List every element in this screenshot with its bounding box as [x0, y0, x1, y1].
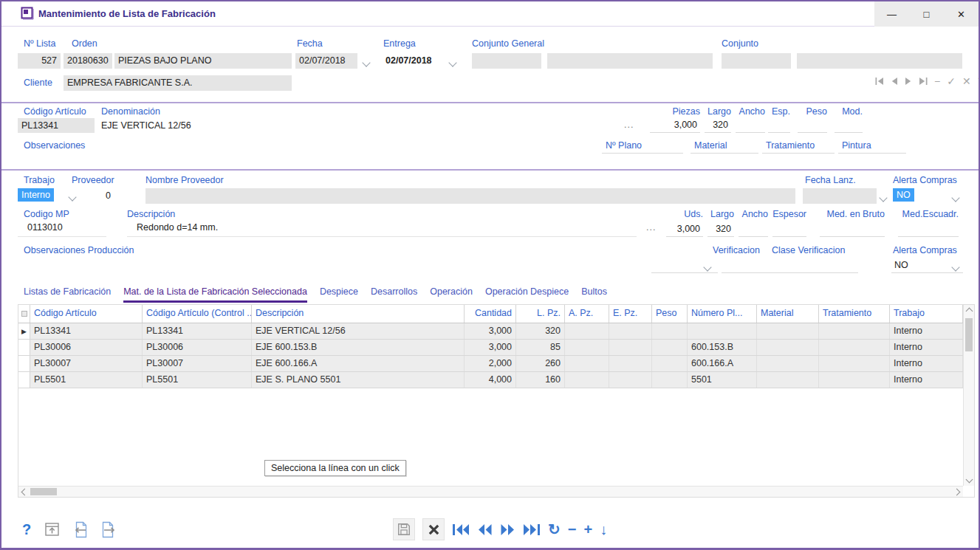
horizontal-scrollbar[interactable]	[18, 486, 963, 497]
cell[interactable]: EJE S. PLANO 5501	[252, 372, 465, 388]
col-header-tratamiento[interactable]: Tratamiento	[819, 305, 890, 323]
trabajo-dropdown[interactable]: Interno	[18, 188, 54, 202]
table-row[interactable]: PL30007 PL30007 EJE 600.166.A 2,000 260 …	[18, 356, 974, 372]
scroll-left-icon[interactable]	[21, 489, 29, 496]
descripcion-mp-field[interactable]: Redondo d=14 mm.	[127, 221, 637, 237]
scroll-up-icon[interactable]	[966, 308, 973, 315]
nav-last-icon[interactable]	[523, 523, 541, 536]
cell[interactable]: 600.153.B	[688, 340, 757, 355]
cancel-record-icon[interactable]: ✕	[962, 77, 971, 86]
next-record-icon[interactable]	[905, 78, 912, 85]
cell[interactable]: PL5501	[30, 372, 143, 388]
med-escuadr-field[interactable]	[898, 222, 959, 237]
tab-operacion[interactable]: Operación	[430, 286, 473, 303]
entrega-field[interactable]: 02/07/2018	[382, 53, 444, 69]
proveedor-field[interactable]: 0	[75, 190, 111, 201]
tab-despiece[interactable]: Despiece	[320, 286, 358, 303]
cell[interactable]: PL30006	[143, 340, 252, 355]
cell[interactable]	[609, 356, 652, 371]
cell[interactable]: EJE 600.153.B	[252, 340, 465, 355]
export-window-icon[interactable]	[44, 522, 61, 537]
cell[interactable]	[652, 323, 688, 339]
cell[interactable]	[609, 323, 652, 339]
nav-prev-icon[interactable]	[477, 523, 493, 536]
table-row[interactable]: PL5501 PL5501 EJE S. PLANO 5501 4,000 16…	[18, 372, 974, 388]
cell[interactable]: 320	[516, 323, 565, 339]
denominacion-value[interactable]: EJE VERTICAL 12/56	[101, 120, 191, 131]
orden-code-field[interactable]: 20180630	[64, 53, 112, 69]
col-header-cantidad[interactable]: Cantidad	[465, 305, 516, 323]
import-document-icon[interactable]	[74, 521, 88, 538]
cell[interactable]: PL30007	[30, 356, 143, 371]
peso-field[interactable]	[798, 118, 827, 133]
last-record-icon[interactable]	[919, 78, 928, 85]
cell[interactable]	[565, 340, 609, 355]
tab-listas-de-fabricacion[interactable]: Listas de Fabricación	[24, 286, 111, 303]
cell[interactable]: Interno	[890, 340, 963, 355]
no-lista-field[interactable]: 527	[18, 53, 61, 69]
col-header-l-pz[interactable]: L. Pz.	[516, 305, 565, 323]
largo-mp-field[interactable]: 320	[707, 222, 734, 237]
cell[interactable]	[757, 340, 819, 355]
refresh-icon[interactable]: ↻	[548, 522, 561, 537]
scroll-down-icon[interactable]	[966, 476, 973, 484]
conjunto-desc-field[interactable]	[797, 53, 962, 69]
table-row[interactable]: PL30006 PL30006 EJE 600.153.B 3,000 85 6…	[18, 340, 974, 356]
orden-desc-field[interactable]: PIEZAS BAJO PLANO	[114, 53, 292, 69]
no-plano-field[interactable]	[602, 139, 683, 154]
cell[interactable]: EJE VERTICAL 12/56	[252, 323, 465, 339]
ancho-mp-field[interactable]	[739, 222, 768, 237]
close-button[interactable]: ✕	[944, 1, 979, 27]
col-header-material[interactable]: Material	[757, 305, 819, 323]
espesor-field[interactable]	[772, 222, 806, 237]
cell[interactable]	[819, 356, 890, 371]
alerta-compras-dropdown-icon[interactable]	[953, 193, 959, 203]
conjunto-general-desc-field[interactable]	[547, 53, 713, 69]
grid-corner-icon[interactable]	[18, 305, 30, 323]
table-row[interactable]: ▶ PL13341 PL13341 EJE VERTICAL 12/56 3,0…	[18, 323, 974, 340]
articulo-more-button[interactable]: ...	[624, 120, 634, 130]
mod-field[interactable]	[835, 118, 863, 133]
cell[interactable]	[652, 372, 688, 388]
delete-record-icon[interactable]: −	[934, 77, 940, 86]
col-header-a-pz[interactable]: A. Pz.	[565, 305, 609, 323]
trabajo-dropdown-icon[interactable]	[69, 192, 75, 202]
cell[interactable]: EJE 600.166.A	[252, 356, 465, 371]
cell[interactable]	[609, 340, 652, 355]
cell[interactable]: Interno	[890, 323, 963, 339]
confirm-record-icon[interactable]: ✓	[947, 77, 956, 86]
prev-record-icon[interactable]	[891, 78, 898, 85]
cell[interactable]	[609, 372, 652, 388]
vertical-scrollbar[interactable]	[963, 305, 974, 486]
maximize-button[interactable]: □	[909, 1, 944, 27]
alerta-compras-dropdown[interactable]: NO	[893, 188, 914, 202]
save-button[interactable]	[393, 518, 415, 540]
cell[interactable]	[819, 323, 890, 339]
conjunto-code-field[interactable]	[722, 53, 791, 69]
cell[interactable]: 4,000	[465, 372, 516, 388]
col-header-codigo-control[interactable]: Código Artículo (Control ...	[143, 305, 252, 323]
cliente-field[interactable]: EMPRESA FABRICANTE S.A.	[64, 75, 292, 91]
fecha-field[interactable]: 02/07/2018	[295, 53, 357, 69]
cell[interactable]: 3,000	[465, 323, 516, 339]
tab-bultos[interactable]: Bultos	[581, 286, 607, 303]
cell[interactable]	[652, 340, 688, 355]
cell[interactable]: 600.166.A	[688, 356, 757, 371]
first-record-icon[interactable]	[875, 78, 884, 85]
med-bruto-field[interactable]	[820, 222, 885, 237]
cell[interactable]	[819, 340, 890, 355]
uds-field[interactable]: 3,000	[666, 222, 703, 237]
export-document-icon[interactable]	[101, 521, 115, 538]
move-down-icon[interactable]: ↓	[600, 522, 607, 537]
cancel-button[interactable]	[422, 518, 445, 540]
cell[interactable]	[757, 356, 819, 371]
cell[interactable]: 3,000	[465, 340, 516, 355]
cell[interactable]: PL5501	[143, 372, 252, 388]
esp-field[interactable]	[768, 118, 790, 133]
nombre-proveedor-field[interactable]	[145, 188, 795, 204]
cell[interactable]	[757, 372, 819, 388]
nav-next-icon[interactable]	[500, 523, 515, 536]
cell[interactable]: PL13341	[143, 323, 252, 339]
fecha-lanz-dropdown-icon[interactable]	[880, 193, 886, 203]
cell[interactable]: Interno	[890, 356, 963, 371]
